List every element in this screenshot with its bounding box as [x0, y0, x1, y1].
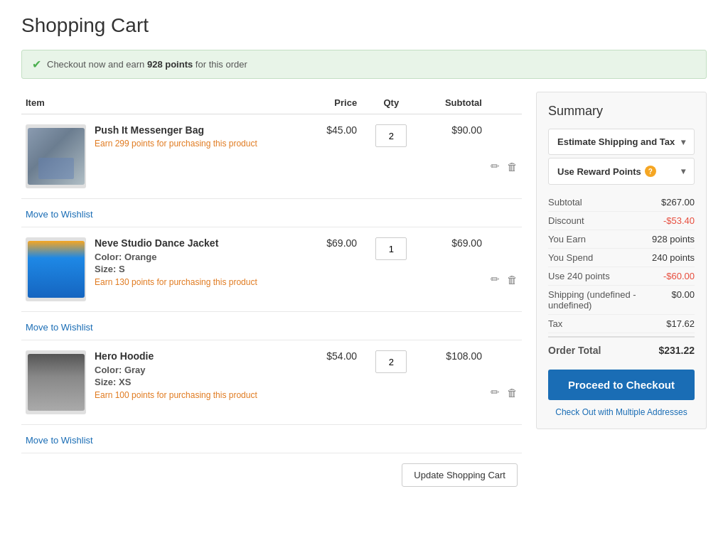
item-name-3: Hero Hoodie — [95, 350, 257, 362]
summary-row-total: Order Total $231.22 — [548, 336, 695, 360]
col-header-qty: Qty — [361, 92, 421, 114]
item-image-3 — [26, 350, 86, 414]
earn-value: 928 points — [652, 234, 695, 244]
update-cart-button[interactable]: Update Shopping Cart — [402, 463, 518, 487]
page-title: Shopping Cart — [21, 14, 707, 37]
summary-row-use-points: Use 240 points -$60.00 — [548, 267, 695, 286]
table-row: Hero Hoodie Color: Gray Size: XS Earn 10… — [21, 340, 522, 425]
discount-value: -$53.40 — [663, 215, 695, 226]
item-price-1: $45.00 — [296, 114, 361, 199]
tax-value: $17.62 — [666, 318, 695, 329]
item-subtotal-3: $108.00 — [422, 340, 486, 425]
delete-icon-1[interactable]: 🗑 — [507, 161, 518, 173]
wishlist-row-2: Move to Wishlist — [21, 312, 522, 340]
total-label: Order Total — [548, 345, 601, 356]
checkout-button[interactable]: Proceed to Checkout — [548, 370, 695, 400]
item-name-1: Push It Messenger Bag — [95, 124, 257, 136]
cart-table: Item Price Qty Subtotal — [21, 92, 522, 490]
item-color-2: Color: Orange — [95, 252, 257, 262]
item-qty-input-3[interactable]: 2 — [375, 350, 407, 373]
subtotal-label: Subtotal — [548, 197, 582, 208]
shipping-chevron-icon: ▾ — [681, 137, 685, 147]
summary-panel: Summary Estimate Shipping and Tax ▾ Use … — [536, 92, 707, 429]
item-points-3: Earn 100 points for purchasing this prod… — [95, 390, 257, 400]
wishlist-row-1: Move to Wishlist — [21, 199, 522, 227]
summary-row-subtotal: Subtotal $267.00 — [548, 193, 695, 212]
points-banner: ✔ Checkout now and earn 928 points for t… — [21, 50, 707, 79]
reward-info-icon: ? — [645, 166, 656, 177]
earn-label: You Earn — [548, 234, 586, 244]
wishlist-row-3: Move to Wishlist — [21, 425, 522, 453]
item-subtotal-2: $69.00 — [422, 227, 486, 312]
item-size-2: Size: S — [95, 264, 257, 274]
shipping-accordion[interactable]: Estimate Shipping and Tax ▾ — [548, 129, 695, 155]
summary-rows: Subtotal $267.00 Discount -$53.40 You Ea… — [548, 193, 695, 360]
col-header-actions — [486, 92, 522, 114]
wishlist-cell-3: Move to Wishlist — [21, 425, 522, 453]
cart-section: Item Price Qty Subtotal — [21, 92, 522, 490]
summary-row-spend: You Spend 240 points — [548, 249, 695, 267]
item-name-2: Neve Studio Dance Jacket — [95, 237, 257, 249]
item-cell-2: Neve Studio Dance Jacket Color: Orange S… — [21, 227, 296, 312]
item-price-2: $69.00 — [296, 227, 361, 312]
item-cell-3: Hero Hoodie Color: Gray Size: XS Earn 10… — [21, 340, 296, 425]
item-actions-3: ✏ 🗑 — [486, 340, 522, 425]
reward-header: Use Reward Points ? — [557, 166, 656, 177]
table-row: Push It Messenger Bag Earn 299 points fo… — [21, 114, 522, 199]
total-value: $231.22 — [658, 345, 695, 356]
summary-title: Summary — [548, 104, 695, 119]
table-row: Neve Studio Dance Jacket Color: Orange S… — [21, 227, 522, 312]
item-color-3: Color: Gray — [95, 365, 257, 375]
wishlist-link-3[interactable]: Move to Wishlist — [26, 435, 518, 446]
use-points-value: -$60.00 — [663, 271, 695, 281]
delete-icon-3[interactable]: 🗑 — [507, 387, 518, 399]
item-qty-cell-3: 2 — [361, 340, 421, 425]
update-cart-cell: Update Shopping Cart — [21, 453, 522, 490]
shipping-accordion-header[interactable]: Estimate Shipping and Tax ▾ — [549, 129, 694, 154]
item-cell-1: Push It Messenger Bag Earn 299 points fo… — [21, 114, 296, 199]
tax-label: Tax — [548, 318, 562, 329]
item-details-3: Hero Hoodie Color: Gray Size: XS Earn 10… — [95, 350, 257, 400]
item-size-3: Size: XS — [95, 377, 257, 387]
item-details-2: Neve Studio Dance Jacket Color: Orange S… — [95, 237, 257, 287]
spend-value: 240 points — [652, 252, 695, 263]
item-price-3: $54.00 — [296, 340, 361, 425]
reward-accordion-header[interactable]: Use Reward Points ? ▾ — [549, 158, 694, 184]
subtotal-value: $267.00 — [661, 197, 695, 208]
wishlist-cell-1: Move to Wishlist — [21, 199, 522, 227]
reward-chevron-icon: ▾ — [681, 166, 685, 176]
multiple-addresses-link[interactable]: Check Out with Multiple Addresses — [548, 407, 695, 417]
item-image-2 — [26, 237, 86, 301]
banner-text: Checkout now and earn 928 points for thi… — [47, 59, 247, 70]
edit-icon-3[interactable]: ✏ — [491, 386, 500, 399]
main-layout: Item Price Qty Subtotal — [21, 92, 707, 490]
item-subtotal-1: $90.00 — [422, 114, 486, 199]
summary-row-earn: You Earn 928 points — [548, 230, 695, 249]
summary-row-shipping: Shipping (undefined - undefined) $0.00 — [548, 286, 695, 315]
reward-accordion[interactable]: Use Reward Points ? ▾ — [548, 158, 695, 185]
wishlist-cell-2: Move to Wishlist — [21, 312, 522, 340]
item-details-1: Push It Messenger Bag Earn 299 points fo… — [95, 124, 257, 149]
item-qty-input-2[interactable]: 1 — [375, 237, 407, 260]
col-header-price: Price — [296, 92, 361, 114]
delete-icon-2[interactable]: 🗑 — [507, 274, 518, 286]
shipping-row-value: $0.00 — [671, 289, 695, 300]
reward-label: Use Reward Points — [557, 166, 641, 177]
shipping-label: Estimate Shipping and Tax — [557, 136, 675, 147]
spend-label: You Spend — [548, 252, 593, 263]
shipping-row-label: Shipping (undefined - undefined) — [548, 289, 671, 311]
item-qty-input-1[interactable]: 2 — [375, 124, 407, 147]
wishlist-link-2[interactable]: Move to Wishlist — [26, 322, 518, 333]
summary-row-discount: Discount -$53.40 — [548, 212, 695, 230]
item-points-2: Earn 130 points for purchasing this prod… — [95, 277, 257, 287]
edit-icon-1[interactable]: ✏ — [491, 160, 500, 173]
discount-label: Discount — [548, 215, 584, 226]
item-qty-cell-1: 2 — [361, 114, 421, 199]
edit-icon-2[interactable]: ✏ — [491, 273, 500, 286]
wishlist-link-1[interactable]: Move to Wishlist — [26, 209, 518, 220]
item-actions-1: ✏ 🗑 — [486, 114, 522, 199]
summary-row-tax: Tax $17.62 — [548, 315, 695, 333]
check-icon: ✔ — [32, 58, 41, 71]
col-header-item: Item — [21, 92, 296, 114]
col-header-subtotal: Subtotal — [422, 92, 486, 114]
